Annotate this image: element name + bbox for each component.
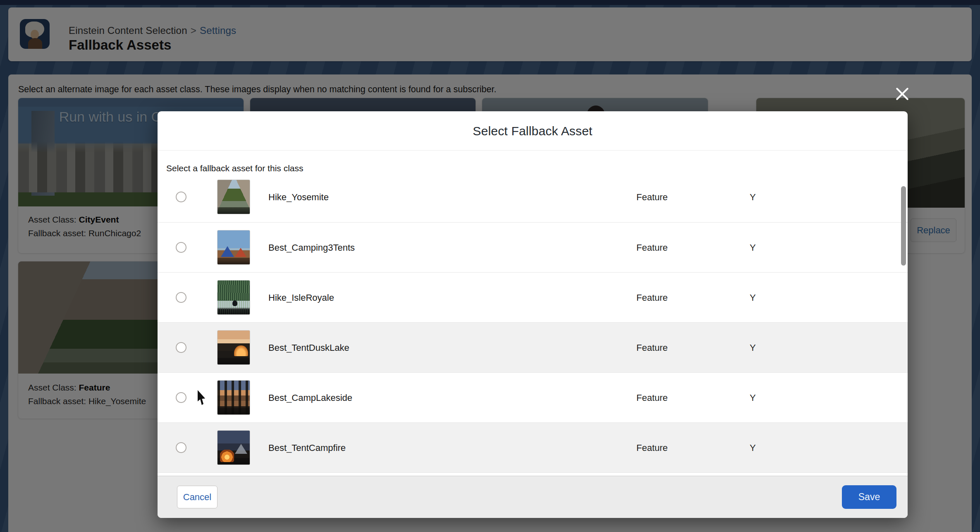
modal-footer: Cancel Save xyxy=(158,476,908,518)
asset-class: Feature xyxy=(636,373,668,423)
table-row[interactable]: Best_TentDuskLake Feature Y xyxy=(158,322,908,372)
table-row[interactable]: Best_CampLakeside Feature Y xyxy=(158,372,908,422)
asset-thumbnail xyxy=(217,380,250,415)
asset-name: Best_Camping3Tents xyxy=(268,223,355,273)
asset-class: Feature xyxy=(636,273,668,323)
asset-thumbnail xyxy=(217,230,250,265)
asset-name: Best_TentDuskLake xyxy=(268,323,349,373)
save-button[interactable]: Save xyxy=(842,485,896,509)
asset-approved-flag: Y xyxy=(750,373,756,423)
asset-name: Best_CampLakeside xyxy=(268,373,352,423)
asset-approved-flag: Y xyxy=(750,323,756,373)
select-fallback-asset-modal: Select Fallback Asset Select a fallback … xyxy=(158,111,908,518)
asset-approved-flag: Y xyxy=(750,172,756,222)
close-icon[interactable] xyxy=(893,84,912,103)
asset-class: Feature xyxy=(636,172,668,222)
asset-thumbnail xyxy=(217,280,250,315)
radio-button[interactable] xyxy=(176,392,186,403)
asset-thumbnail xyxy=(217,330,250,365)
asset-thumbnail xyxy=(217,430,250,465)
asset-name: Hike_Yosemite xyxy=(268,172,329,222)
asset-list: Hike_Yosemite Feature Y Best_Camping3Ten… xyxy=(158,172,908,477)
asset-name: Hike_IsleRoyale xyxy=(268,273,334,323)
radio-button[interactable] xyxy=(176,242,186,253)
modal-header: Select Fallback Asset xyxy=(158,111,908,151)
modal-title: Select Fallback Asset xyxy=(158,111,908,151)
asset-approved-flag: Y xyxy=(750,423,756,473)
asset-approved-flag: Y xyxy=(750,273,756,323)
table-row[interactable]: Hike_IsleRoyale Feature Y xyxy=(158,272,908,322)
asset-class: Feature xyxy=(636,223,668,273)
radio-button[interactable] xyxy=(176,292,186,303)
asset-thumbnail xyxy=(217,180,250,214)
radio-button[interactable] xyxy=(176,192,186,202)
table-row[interactable]: Best_Camping3Tents Feature Y xyxy=(158,222,908,272)
screen: Einstein Content Selection>Settings Fall… xyxy=(0,0,980,532)
asset-class: Feature xyxy=(636,323,668,373)
table-row[interactable]: Hike_Yosemite Feature Y xyxy=(158,172,908,222)
asset-class: Feature xyxy=(636,423,668,473)
cancel-button[interactable]: Cancel xyxy=(177,486,218,508)
asset-approved-flag: Y xyxy=(750,223,756,273)
asset-name: Best_TentCampfire xyxy=(268,423,346,473)
radio-button[interactable] xyxy=(176,342,186,353)
table-row[interactable]: Best_TentCampfire Feature Y xyxy=(158,422,908,472)
radio-button[interactable] xyxy=(176,442,186,453)
scrollbar-thumb[interactable] xyxy=(901,186,906,266)
